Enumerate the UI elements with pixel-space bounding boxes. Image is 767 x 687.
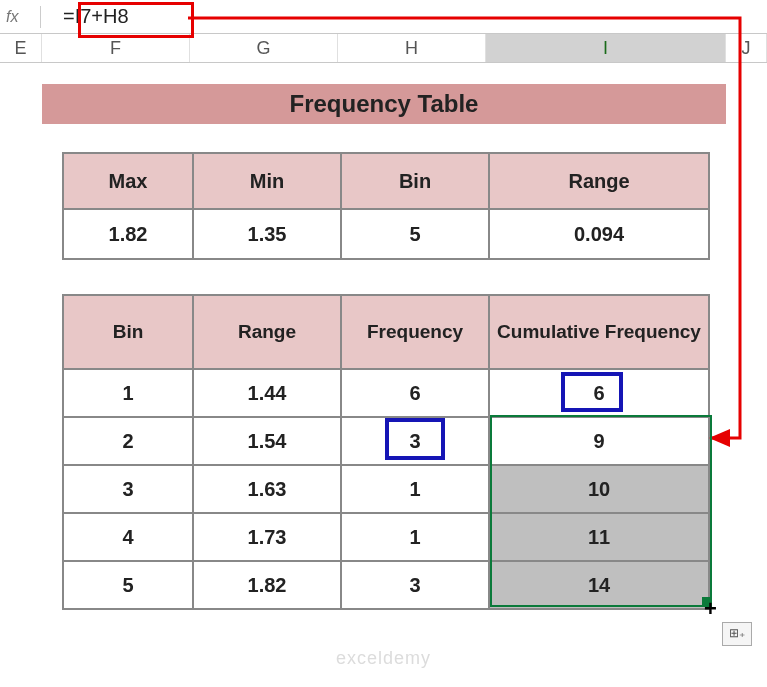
stats-min[interactable]: 1.35 bbox=[193, 209, 341, 259]
formula-highlight-box bbox=[78, 2, 194, 38]
cell-cum[interactable]: 10 bbox=[489, 465, 709, 513]
stats-header-range: Range bbox=[489, 153, 709, 209]
cell-freq[interactable]: 1 bbox=[341, 513, 489, 561]
watermark: exceldemy bbox=[336, 648, 431, 669]
main-table: Bin Range Frequency Cumulative Frequency… bbox=[62, 294, 710, 610]
stats-bin[interactable]: 5 bbox=[341, 209, 489, 259]
stats-header-max: Max bbox=[63, 153, 193, 209]
page-title: Frequency Table bbox=[42, 84, 726, 124]
cell-cum[interactable]: 14 bbox=[489, 561, 709, 609]
stats-max[interactable]: 1.82 bbox=[63, 209, 193, 259]
cell-cum[interactable]: 11 bbox=[489, 513, 709, 561]
main-header-range: Range bbox=[193, 295, 341, 369]
cell-bin[interactable]: 5 bbox=[63, 561, 193, 609]
main-header-cum: Cumulative Frequency bbox=[489, 295, 709, 369]
cell-bin[interactable]: 4 bbox=[63, 513, 193, 561]
cell-cum-active[interactable]: 9 bbox=[489, 417, 709, 465]
table-row: Bin Range Frequency Cumulative Frequency bbox=[63, 295, 709, 369]
cell-range[interactable]: 1.63 bbox=[193, 465, 341, 513]
col-header-i[interactable]: I bbox=[486, 34, 726, 62]
table-row: 4 1.73 1 11 bbox=[63, 513, 709, 561]
col-header-h[interactable]: H bbox=[338, 34, 486, 62]
table-row: 5 1.82 3 14 bbox=[63, 561, 709, 609]
col-header-j[interactable]: J bbox=[726, 34, 767, 62]
main-header-freq: Frequency bbox=[341, 295, 489, 369]
cell-bin[interactable]: 1 bbox=[63, 369, 193, 417]
stats-range[interactable]: 0.094 bbox=[489, 209, 709, 259]
column-headers: E F G H I J bbox=[0, 34, 767, 63]
main-header-bin: Bin bbox=[63, 295, 193, 369]
fx-divider bbox=[40, 6, 41, 28]
col-header-g[interactable]: G bbox=[190, 34, 338, 62]
fill-handle[interactable] bbox=[702, 597, 710, 605]
cell-range[interactable]: 1.73 bbox=[193, 513, 341, 561]
cell-bin[interactable]: 2 bbox=[63, 417, 193, 465]
cell-freq[interactable]: 6 bbox=[341, 369, 489, 417]
fx-label: fx bbox=[6, 8, 40, 26]
cell-range[interactable]: 1.44 bbox=[193, 369, 341, 417]
cell-freq[interactable]: 3 bbox=[341, 561, 489, 609]
table-row: 3 1.63 1 10 bbox=[63, 465, 709, 513]
table-row: 1 1.44 6 6 bbox=[63, 369, 709, 417]
table-row: 2 1.54 3 9 bbox=[63, 417, 709, 465]
cell-range[interactable]: 1.54 bbox=[193, 417, 341, 465]
autofill-options-button[interactable]: ⊞₊ bbox=[722, 622, 752, 646]
cell-bin[interactable]: 3 bbox=[63, 465, 193, 513]
stats-header-bin: Bin bbox=[341, 153, 489, 209]
col-header-f[interactable]: F bbox=[42, 34, 190, 62]
table-row: Max Min Bin Range bbox=[63, 153, 709, 209]
cell-freq[interactable]: 3 bbox=[341, 417, 489, 465]
cell-cum[interactable]: 6 bbox=[489, 369, 709, 417]
cell-freq[interactable]: 1 bbox=[341, 465, 489, 513]
table-row: 1.82 1.35 5 0.094 bbox=[63, 209, 709, 259]
stats-table: Max Min Bin Range 1.82 1.35 5 0.094 bbox=[62, 152, 710, 260]
stats-header-min: Min bbox=[193, 153, 341, 209]
col-header-e[interactable]: E bbox=[0, 34, 42, 62]
cell-range[interactable]: 1.82 bbox=[193, 561, 341, 609]
